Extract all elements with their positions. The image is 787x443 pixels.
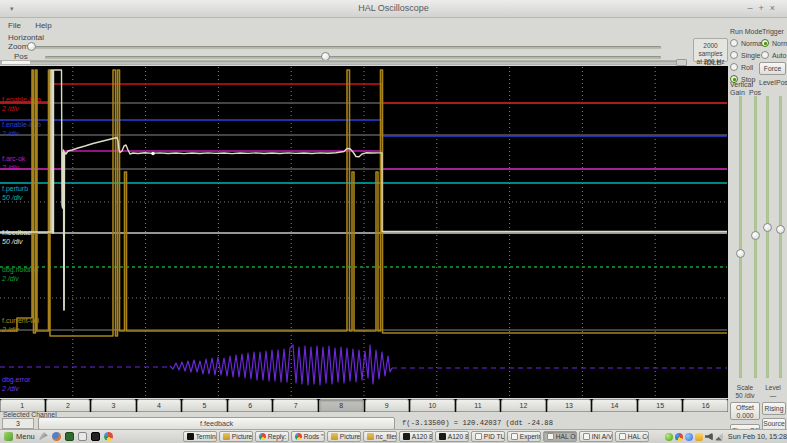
window-button-label: nc_files — [376, 433, 397, 440]
signal-tray-icon[interactable] — [715, 433, 723, 441]
channel-tab-8[interactable]: 8 — [319, 399, 364, 412]
window-buttons[interactable]: –+× — [747, 3, 781, 13]
channel-tab-15[interactable]: 15 — [638, 399, 683, 412]
taskbar-window-experim-[interactable]: Experim... — [507, 431, 541, 442]
mint-menu-icon — [4, 432, 13, 441]
channel-tab-10[interactable]: 10 — [410, 399, 455, 412]
trigger-pos-label: Pos — [776, 79, 787, 86]
channel-tab-bar: 12345678910111213141516 — [0, 399, 728, 412]
trigger-pos-slider-handle[interactable] — [776, 225, 785, 234]
pen-launcher-icon[interactable] — [39, 432, 48, 441]
terminal-icon — [187, 433, 194, 440]
window-button-label: Rods "S... — [304, 433, 325, 440]
oscilloscope-display[interactable]: f.enable-in-a2 /divf.enable-in-b2 /divf.… — [0, 66, 728, 398]
chrome-icon — [259, 433, 266, 440]
title-bar[interactable]: ▾ HAL Oscilloscope –+× — [0, 0, 787, 18]
taskbar-window-pid-tune[interactable]: PID TUNE — [471, 431, 505, 442]
pos-slider-track[interactable] — [45, 56, 661, 59]
trigger-radio-label: Normal — [772, 40, 787, 47]
terminal-dark-launcher-icon[interactable] — [91, 432, 100, 441]
trigger-radio-auto[interactable] — [761, 51, 769, 59]
run-mode-radio-single[interactable] — [730, 51, 738, 59]
channel-tab-16[interactable]: 16 — [683, 399, 728, 412]
close-button[interactable]: × — [770, 3, 781, 13]
chrome-launcher-icon[interactable] — [104, 432, 113, 441]
taskbar-window-hal-osc-[interactable]: HAL Osc... — [543, 431, 577, 442]
blue-tray-icon[interactable] — [685, 433, 693, 441]
channel-tab-12[interactable]: 12 — [501, 399, 546, 412]
channel-tab-13[interactable]: 13 — [547, 399, 592, 412]
terminal-green-launcher-icon[interactable] — [65, 432, 74, 441]
vertical-pos-slider-track[interactable] — [754, 96, 757, 378]
channel-tab-6[interactable]: 6 — [228, 399, 273, 412]
offset-label: Offset — [731, 404, 759, 412]
channel-tab-14[interactable]: 14 — [592, 399, 637, 412]
taskbar-window-nc-files[interactable]: nc_files — [363, 431, 397, 442]
vertical-gain-label: Gain — [730, 89, 745, 96]
samples-count: 2000 samples — [694, 42, 727, 58]
slope-button[interactable]: Rising — [762, 402, 786, 415]
vertical-gain-slider-handle[interactable] — [736, 249, 745, 258]
zoom-slider-row: Zoom — [0, 42, 670, 52]
chrome-tray-icon[interactable] — [675, 433, 683, 441]
record-progress-thumb[interactable] — [676, 59, 687, 66]
vertical-gain-slider-track[interactable] — [739, 96, 742, 378]
scope-canvas: f.enable-in-a2 /divf.enable-in-b2 /divf.… — [0, 66, 728, 398]
trigger-radio-normal[interactable] — [761, 39, 769, 47]
force-button[interactable]: Force — [759, 62, 786, 75]
zoom-label: Zoom — [8, 42, 28, 51]
vertical-pos-label: Pos — [749, 89, 761, 96]
folder-icon — [367, 433, 374, 440]
trigger-pos-slider-track[interactable] — [779, 96, 782, 378]
trigger-level-slider-handle[interactable] — [763, 223, 772, 232]
menu-button-label: Menu — [16, 432, 35, 441]
taskbar-window-terminal[interactable]: Terminal — [183, 431, 217, 442]
run-mode-radio-roll[interactable] — [730, 63, 738, 71]
firefox-launcher-icon[interactable] — [52, 432, 61, 441]
volume-tray-icon[interactable] — [705, 433, 713, 441]
channel-tab-7[interactable]: 7 — [273, 399, 318, 412]
trigger-option-normal[interactable]: Normal — [761, 37, 787, 49]
zoom-slider-handle[interactable] — [27, 42, 36, 51]
window-button-label: Experim... — [520, 433, 541, 440]
taskbar-window-a120-80-[interactable]: A120 80... — [399, 431, 433, 442]
offset-button[interactable]: Offset 0.000 — [730, 402, 760, 420]
taskbar-window-pictures[interactable]: Pictures — [327, 431, 361, 442]
channel-tab-4[interactable]: 4 — [137, 399, 182, 412]
window-icon — [583, 433, 590, 440]
trigger-level-slider-track[interactable] — [766, 96, 769, 378]
channel-tab-9[interactable]: 9 — [365, 399, 410, 412]
window-button-label: Pictures — [232, 433, 253, 440]
channel-tab-11[interactable]: 11 — [456, 399, 501, 412]
screen-launcher-icon[interactable] — [78, 432, 87, 441]
taskbar-window-ini-a-v[interactable]: INI A/V — [579, 431, 613, 442]
run-mode-option-normal[interactable]: Normal — [730, 37, 764, 49]
window-button-label: INI A/V — [592, 433, 613, 440]
taskbar-window-hal-co-[interactable]: HAL Co... — [615, 431, 649, 442]
minimize-button[interactable]: – — [747, 3, 758, 13]
zoom-slider-track[interactable] — [27, 46, 661, 49]
run-mode-radio-normal[interactable] — [730, 39, 738, 47]
trigger-option-auto[interactable]: Auto — [761, 49, 787, 61]
taskbar-window-rods-s-[interactable]: Rods "S... — [291, 431, 325, 442]
menu-help[interactable]: Help — [35, 21, 51, 30]
run-mode-radios: NormalSingleRollStop — [730, 37, 764, 85]
taskbar-window-reply-[interactable]: Reply: -... — [255, 431, 289, 442]
window-icon — [547, 433, 554, 440]
run-mode-option-single[interactable]: Single — [730, 49, 764, 61]
source-label: Source — [763, 420, 785, 428]
update-tray-icon[interactable] — [665, 433, 673, 441]
window-button-label: Reply: -... — [268, 433, 289, 440]
taskbar-clock[interactable]: Sun Feb 10, 15:28 — [728, 432, 787, 441]
maximize-button[interactable]: + — [758, 3, 769, 13]
channel-tab-3[interactable]: 3 — [91, 399, 136, 412]
channel-tab-5[interactable]: 5 — [182, 399, 227, 412]
taskbar-window-a120-80-[interactable]: A120 80... — [435, 431, 469, 442]
taskbar-window-pictures[interactable]: Pictures — [219, 431, 253, 442]
window-button-label: Terminal — [196, 433, 217, 440]
taskbar-menu-button[interactable]: Menu — [0, 431, 39, 443]
trigger-level-label: Level — [759, 79, 776, 86]
network-tray-icon[interactable] — [695, 433, 703, 441]
menu-file[interactable]: File — [8, 21, 21, 30]
vertical-pos-slider-handle[interactable] — [751, 231, 760, 240]
